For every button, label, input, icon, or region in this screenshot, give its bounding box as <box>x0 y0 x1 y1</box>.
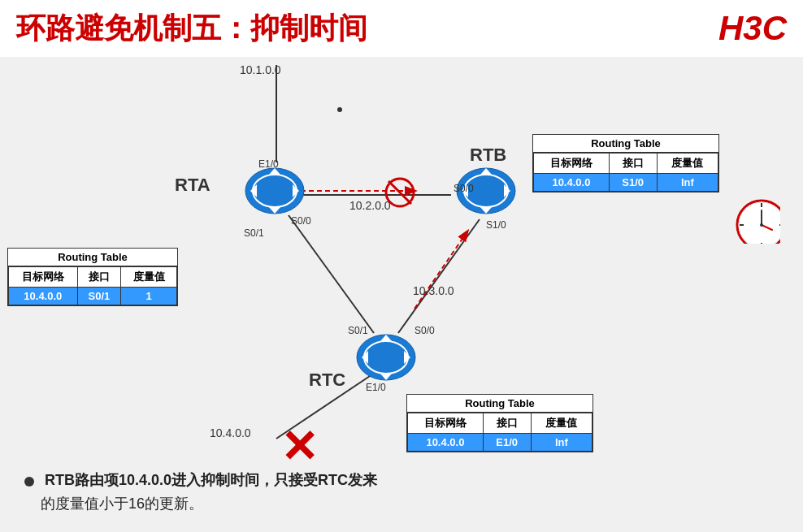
rta-row-1: 10.4.0.0 S0/1 1 <box>9 288 177 305</box>
rta-row1-if: S0/1 <box>77 288 121 305</box>
header: 环路避免机制五：抑制时间 H3C <box>0 0 803 57</box>
rta-col-metric: 度量值 <box>121 267 177 288</box>
rtb-col-metric: 度量值 <box>657 154 718 174</box>
svg-line-2 <box>289 215 374 333</box>
rta-s00-label: S0/0 <box>291 215 311 227</box>
rtc-label: RTC <box>309 370 345 391</box>
rtc-col-if: 接口 <box>483 413 531 434</box>
rtb-col-dest: 目标网络 <box>534 154 610 174</box>
rta-col-dest: 目标网络 <box>9 267 78 288</box>
rtb-label: RTB <box>470 145 506 166</box>
rtb-row1-if: S1/0 <box>609 174 657 192</box>
bullet-point <box>24 477 34 487</box>
rta-col-if: 接口 <box>77 267 121 288</box>
network-label-1030: 10.3.0.0 <box>413 284 454 297</box>
main-diagram: 10.1.0.0 ROUTER RTA ROUTER RTB <box>0 57 803 532</box>
rta-s01-label: S0/1 <box>244 227 264 239</box>
rta-row1-metric: 1 <box>121 288 177 305</box>
rtb-row1-metric: Inf <box>657 174 718 192</box>
rtc-row1-metric: Inf <box>531 434 592 452</box>
rtb-s10-label: S1/0 <box>486 219 506 231</box>
rtc-e10-label: E1/0 <box>366 382 386 393</box>
page-title: 环路避免机制五：抑制时间 <box>16 9 367 49</box>
rtb-col-if: 接口 <box>609 154 657 174</box>
bottom-explanation: RTB路由项10.4.0.0进入抑制时间，只接受RTC发来 的度量值小于16的更… <box>24 469 377 516</box>
rta-row1-dest: 10.4.0.0 <box>9 288 78 305</box>
rtb-s00-label: S0/0 <box>454 183 474 194</box>
rta-routing-table: Routing Table 目标网络 接口 度量值 10.4.0.0 S0/1 … <box>7 248 178 306</box>
x-mark-icon: ✕ <box>280 425 318 469</box>
rta-label: RTA <box>175 175 211 196</box>
explanation-line2: 的度量值小于16的更新。 <box>41 495 203 512</box>
rtb-routing-table: Routing Table 目标网络 接口 度量值 10.4.0.0 S1/0 … <box>532 134 719 192</box>
logo: H3C <box>718 9 787 48</box>
rtb-row1-dest: 10.4.0.0 <box>534 174 610 192</box>
clock-icon <box>736 199 780 244</box>
explanation-line1: RTB路由项10.4.0.0进入抑制时间，只接受RTC发来 <box>45 472 377 488</box>
no-symbol-icon <box>384 176 416 209</box>
rtc-row-1: 10.4.0.0 E1/0 Inf <box>408 434 592 452</box>
rta-table-title: Routing Table <box>8 249 177 266</box>
rtb-table-title: Routing Table <box>533 135 718 153</box>
rtc-s01-label: S0/1 <box>348 325 368 336</box>
rtc-s00-label: S0/0 <box>415 325 435 336</box>
dot-marker <box>337 107 342 112</box>
svg-line-29 <box>388 181 411 204</box>
rtc-row1-if: E1/0 <box>483 434 531 452</box>
svg-line-3 <box>398 219 480 333</box>
rtc-row1-dest: 10.4.0.0 <box>408 434 484 452</box>
rtc-routing-table: Routing Table 目标网络 接口 度量值 10.4.0.0 E1/0 … <box>406 394 593 452</box>
rtc-router: ROUTER <box>354 329 419 385</box>
rtb-row-1: 10.4.0.0 S1/0 Inf <box>534 174 718 192</box>
network-label-1040: 10.4.0.0 <box>210 426 251 439</box>
rta-router: ROUTER <box>242 162 307 218</box>
rtc-table-title: Routing Table <box>407 395 592 413</box>
rta-e10-label: E1/0 <box>258 158 279 170</box>
network-label-1010: 10.1.0.0 <box>240 63 281 76</box>
rtc-col-dest: 目标网络 <box>408 413 484 434</box>
rtc-col-metric: 度量值 <box>531 413 592 434</box>
svg-point-38 <box>760 223 763 227</box>
